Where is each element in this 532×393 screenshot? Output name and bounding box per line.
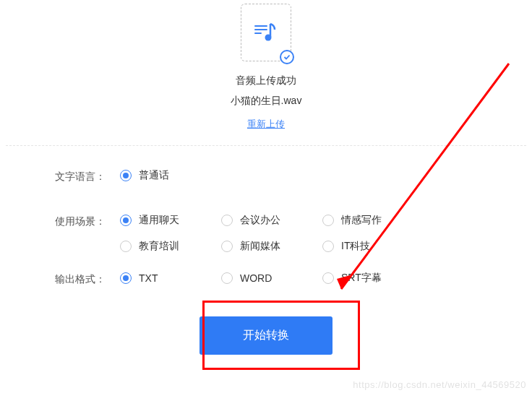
radio-emotional-writing[interactable]: 情感写作: [322, 214, 424, 227]
svg-rect-2: [254, 33, 262, 34]
language-radio-group: 普通话: [120, 169, 221, 195]
start-conversion-button[interactable]: 开始转换: [200, 316, 332, 355]
radio-label: SRT字幕: [341, 272, 382, 285]
file-icon-wrapper: [241, 4, 291, 61]
radio-icon: [322, 272, 334, 284]
radio-word[interactable]: WORD: [221, 272, 322, 285]
upload-success-check-icon: [280, 50, 294, 64]
radio-label: 教育培训: [139, 240, 179, 253]
radio-label: IT科技: [341, 240, 370, 253]
radio-news-media[interactable]: 新闻媒体: [221, 240, 322, 253]
svg-rect-1: [254, 29, 267, 30]
radio-label: 情感写作: [341, 214, 382, 227]
watermark-text: https://blog.csdn.net/weixin_44569520: [353, 379, 526, 390]
upload-status-text: 音频上传成功: [0, 74, 532, 87]
reupload-link[interactable]: 重新上传: [247, 118, 285, 131]
scenario-label: 使用场景：: [55, 214, 120, 228]
radio-label: TXT: [139, 272, 158, 284]
format-label: 输出格式：: [55, 272, 120, 286]
uploaded-filename: 小猫的生日.wav: [0, 95, 532, 108]
radio-icon: [221, 272, 233, 284]
radio-general-chat[interactable]: 通用聊天: [120, 214, 221, 227]
radio-label: 会议办公: [240, 214, 280, 227]
radio-putonghua[interactable]: 普通话: [120, 169, 221, 182]
format-radio-group: TXT WORD SRT字幕: [120, 272, 424, 298]
conversion-form: 文字语言： 普通话 使用场景： 通用聊天 会议办公 情感写作: [0, 146, 532, 355]
svg-rect-0: [254, 25, 267, 27]
format-row: 输出格式： TXT WORD SRT字幕: [55, 272, 477, 298]
radio-education-training[interactable]: 教育培训: [120, 240, 221, 253]
radio-srt[interactable]: SRT字幕: [322, 272, 424, 285]
radio-icon: [221, 215, 233, 226]
language-label: 文字语言：: [55, 169, 120, 183]
radio-txt[interactable]: TXT: [120, 272, 221, 285]
radio-icon: [120, 215, 132, 226]
upload-section: 音频上传成功 小猫的生日.wav 重新上传: [0, 0, 532, 131]
radio-meeting-office[interactable]: 会议办公: [221, 214, 322, 227]
radio-label: 通用聊天: [139, 214, 179, 227]
scenario-radio-group: 通用聊天 会议办公 情感写作 教育培训 新闻媒体 IT科技: [120, 214, 424, 253]
radio-it-tech[interactable]: IT科技: [322, 240, 424, 253]
language-row: 文字语言： 普通话: [55, 169, 477, 195]
radio-icon: [322, 241, 334, 252]
radio-label: 普通话: [139, 169, 169, 182]
radio-icon: [120, 272, 132, 284]
radio-icon: [120, 241, 132, 252]
submit-wrapper: 开始转换: [55, 316, 477, 355]
radio-icon: [221, 241, 233, 252]
radio-label: 新闻媒体: [240, 240, 280, 253]
scenario-row: 使用场景： 通用聊天 会议办公 情感写作 教育培训 新闻媒体: [55, 214, 477, 253]
radio-label: WORD: [240, 272, 272, 284]
svg-point-3: [265, 35, 272, 41]
radio-icon: [322, 215, 334, 226]
radio-icon: [120, 170, 132, 181]
